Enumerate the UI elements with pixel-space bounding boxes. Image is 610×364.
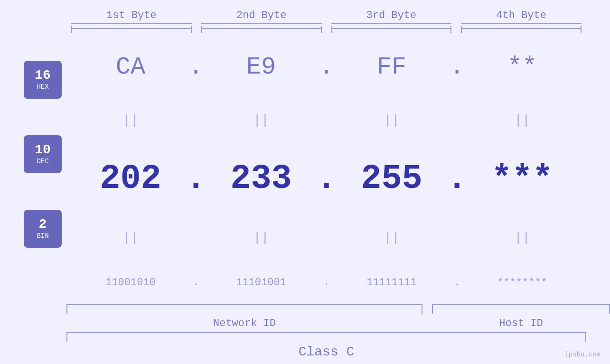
bin-val-4: ******** bbox=[468, 277, 577, 289]
bin-dot-3: . bbox=[446, 277, 468, 289]
dec-val-4: *** bbox=[468, 159, 577, 198]
byte-label-2: 2nd Byte bbox=[197, 9, 327, 21]
network-id-label: Network ID bbox=[66, 317, 422, 329]
bin-val-3: 11111111 bbox=[337, 277, 446, 289]
dec-val-1: 202 bbox=[76, 159, 185, 198]
bracket-4 bbox=[456, 23, 586, 33]
eq1-1: || bbox=[76, 113, 185, 128]
eq2-3: || bbox=[337, 230, 446, 245]
hex-dot-3: . bbox=[446, 53, 468, 81]
hex-dot-1: . bbox=[185, 53, 206, 81]
badges-column: 16 HEX 10 DEC 2 BIN bbox=[24, 37, 66, 304]
nh-bracket-row bbox=[66, 304, 586, 314]
bin-dot-2: . bbox=[316, 277, 337, 289]
dec-val-2: 233 bbox=[206, 159, 316, 198]
equals-row-2: || || || || bbox=[66, 230, 586, 245]
hex-dot-2: . bbox=[316, 53, 337, 81]
bracket-2 bbox=[197, 23, 327, 33]
class-c-bracket bbox=[66, 332, 586, 342]
eq1-2: || bbox=[206, 113, 316, 128]
byte-labels-row: 1st Byte 2nd Byte 3rd Byte 4th Byte bbox=[0, 0, 610, 21]
network-bracket bbox=[66, 304, 422, 314]
bin-val-2: 11101001 bbox=[206, 277, 316, 289]
host-bracket bbox=[432, 304, 610, 314]
bin-val-1: 11001010 bbox=[76, 277, 185, 289]
bin-dot-1: . bbox=[185, 277, 206, 289]
eq2-2: || bbox=[206, 230, 316, 245]
byte-label-1: 1st Byte bbox=[66, 9, 197, 21]
hex-val-2: E9 bbox=[206, 53, 316, 81]
values-grid: CA . E9 . FF . ** || || || || 202 bbox=[66, 37, 586, 304]
main-container: 1st Byte 2nd Byte 3rd Byte 4th Byte bbox=[0, 0, 610, 364]
host-id-label: Host ID bbox=[432, 317, 610, 329]
badge-hex: 16 HEX bbox=[24, 61, 62, 99]
watermark: ipshu.com bbox=[564, 351, 601, 358]
hex-row: CA . E9 . FF . ** bbox=[66, 53, 586, 81]
main-values-area: 16 HEX 10 DEC 2 BIN CA . E9 . FF . ** bbox=[0, 37, 610, 304]
eq2-1: || bbox=[76, 230, 185, 245]
dec-row: 202 . 233 . 255 . *** bbox=[66, 159, 586, 198]
equals-row-1: || || || || bbox=[66, 113, 586, 128]
bracket-1 bbox=[66, 23, 197, 33]
badge-dec: 10 DEC bbox=[24, 135, 62, 173]
dec-dot-2: . bbox=[316, 159, 337, 198]
hex-val-1: CA bbox=[76, 53, 185, 81]
hex-val-4: ** bbox=[468, 53, 577, 81]
bottom-section: Network ID Host ID Class C bbox=[0, 304, 610, 364]
dec-dot-3: . bbox=[446, 159, 468, 198]
byte-bracket-row bbox=[0, 23, 610, 33]
dec-val-3: 255 bbox=[337, 159, 446, 198]
nh-labels-row: Network ID Host ID bbox=[66, 317, 586, 329]
bracket-3 bbox=[327, 23, 457, 33]
hex-val-3: FF bbox=[337, 53, 446, 81]
badge-bin: 2 BIN bbox=[24, 210, 62, 248]
eq1-4: || bbox=[468, 113, 577, 128]
bin-row: 11001010 . 11101001 . 11111111 . *******… bbox=[66, 277, 586, 289]
class-c-label: Class C bbox=[66, 345, 586, 359]
byte-label-3: 3rd Byte bbox=[327, 9, 457, 21]
byte-label-4: 4th Byte bbox=[456, 9, 586, 21]
eq1-3: || bbox=[337, 113, 446, 128]
eq2-4: || bbox=[468, 230, 577, 245]
dec-dot-1: . bbox=[185, 159, 206, 198]
